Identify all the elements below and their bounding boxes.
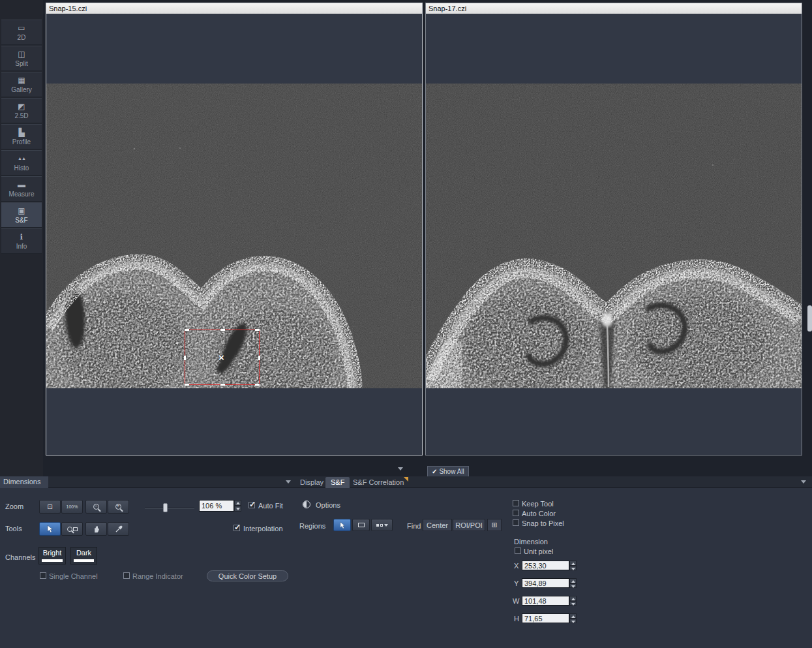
zoom-slider-thumb[interactable]: [163, 503, 168, 512]
region-rectangle-tool-button[interactable]: [352, 519, 370, 531]
coord-y-field[interactable]: 394,89: [522, 578, 569, 588]
roi-handle-bottom-left[interactable]: [185, 384, 189, 386]
tools-label: Tools: [5, 525, 22, 533]
interpolation-checkbox[interactable]: [233, 525, 240, 531]
coord-y-stepper: [569, 578, 577, 588]
channel-dark-button[interactable]: Dark: [70, 547, 97, 564]
zoom-in-button[interactable]: +: [108, 500, 129, 514]
zoom-value-field[interactable]: 106 %: [199, 500, 234, 512]
show-all-toggle[interactable]: Show All: [427, 466, 469, 477]
sidebar-item-sf[interactable]: ▣S&F: [1, 202, 42, 228]
roi-center-marker[interactable]: ×: [218, 352, 224, 362]
stepper-up-button[interactable]: [569, 561, 577, 566]
single-channel-checkbox[interactable]: [40, 572, 46, 579]
channels-label: Channels: [5, 553, 35, 562]
roi-handle-middle-left[interactable]: [184, 356, 186, 360]
zoom-out-button[interactable]: −: [85, 500, 107, 514]
sidebar-item-label: Profile: [1, 138, 42, 146]
dimensions-tab[interactable]: Dimensions: [0, 476, 48, 488]
pointer-tool-button[interactable]: [39, 522, 61, 536]
viewer-collapse-arrow-icon[interactable]: [398, 467, 403, 471]
auto-color-label: Auto Color: [522, 510, 556, 518]
sidebar-item-histo[interactable]: ▲▲Histo: [1, 150, 42, 176]
image-panel-snap-17: Snap-17.czi: [425, 3, 802, 455]
stepper-down-button[interactable]: [569, 566, 577, 571]
rectangle-icon: [358, 523, 365, 527]
stepper-down-button[interactable]: [569, 583, 577, 589]
vertical-scrollbar-thumb[interactable]: [807, 305, 812, 332]
find-grid-button[interactable]: ⊞: [487, 519, 502, 531]
dimensions-dropdown-icon[interactable]: [286, 480, 291, 484]
coord-h-stepper: [569, 613, 577, 623]
sidebar-item-split[interactable]: ◫Split: [1, 46, 42, 71]
sidebar-item-label: Measure: [1, 190, 42, 198]
image-panel-title[interactable]: Snap-17.czi: [426, 3, 802, 14]
stepper-up-button[interactable]: [234, 500, 241, 506]
sidebar-item-25d[interactable]: ◩2.5D: [1, 98, 42, 123]
sidebar-item-measure[interactable]: ▬Measure: [1, 176, 42, 202]
coord-w-stepper: [569, 596, 577, 606]
roi-handle-top-left[interactable]: [185, 329, 189, 331]
sf-view-icon: ▣: [1, 206, 42, 216]
tab-display[interactable]: Display: [295, 477, 329, 488]
zoom-label: Zoom: [5, 502, 23, 511]
color-picker-tool-button[interactable]: [108, 522, 129, 536]
keep-tool-checkbox[interactable]: [513, 500, 519, 506]
zoom-fit-button[interactable]: ⊡: [39, 500, 61, 514]
channel-bright-button[interactable]: Bright: [38, 547, 66, 564]
sidebar-item-profile[interactable]: ▙Profile: [1, 124, 42, 149]
show-all-label: Show All: [439, 468, 464, 475]
region-more-tools-button[interactable]: [371, 519, 393, 531]
sidebar-item-gallery[interactable]: ▦Gallery: [1, 72, 42, 97]
interpolation-label: Interpolation: [243, 525, 283, 533]
region-pointer-tool-button[interactable]: [333, 519, 351, 531]
histogram-icon: ▲▲: [1, 153, 42, 164]
zoom-100-button[interactable]: 100%: [61, 500, 83, 514]
tab-sf[interactable]: S&F: [325, 477, 350, 488]
stepper-down-button[interactable]: [569, 601, 577, 606]
stepper-up-button[interactable]: [569, 596, 577, 601]
sidebar-item-label: Histo: [1, 164, 42, 172]
stepper-up-button[interactable]: [569, 613, 577, 619]
roi-handle-bottom-center[interactable]: [220, 384, 225, 386]
range-indicator-checkbox[interactable]: [123, 572, 130, 579]
roi-handle-top-center[interactable]: [220, 329, 225, 331]
stepper-up-button[interactable]: [569, 578, 577, 583]
auto-fit-checkbox[interactable]: [248, 502, 255, 508]
coord-w-field[interactable]: 101,48: [522, 596, 569, 606]
stepper-down-button[interactable]: [234, 506, 241, 512]
hand-icon: [93, 525, 100, 533]
zoom-region-tool-button[interactable]: [61, 522, 83, 536]
coord-x-field[interactable]: 253,30: [522, 561, 569, 570]
stepper-down-button[interactable]: [569, 619, 577, 624]
snap-to-pixel-checkbox[interactable]: [513, 519, 519, 526]
auto-color-checkbox[interactable]: [513, 510, 519, 516]
image-panel-body: ×: [46, 14, 422, 455]
image-panel-snap-15: Snap-15.czi: [46, 3, 423, 455]
unit-pixel-checkbox[interactable]: [515, 548, 521, 554]
coord-w-label: W: [513, 597, 519, 606]
find-roi-poi-button[interactable]: ROI/POI: [453, 519, 485, 531]
sidebar-item-label: 2D: [1, 33, 42, 42]
image-panel-title[interactable]: Snap-15.czi: [46, 3, 422, 14]
quick-color-setup-button[interactable]: Quick Color Setup: [207, 570, 288, 581]
roi-handle-top-right[interactable]: [255, 329, 260, 331]
sidebar-item-2d[interactable]: ▭2D: [1, 20, 42, 45]
roi-handle-middle-right[interactable]: [258, 356, 260, 360]
region-rect-icon: [73, 527, 78, 531]
micrograph-right-canvas[interactable]: [426, 84, 802, 388]
roi-rectangle[interactable]: ×: [185, 330, 260, 385]
roi-handle-bottom-right[interactable]: [255, 384, 260, 386]
coord-h-field[interactable]: 71,65: [522, 613, 569, 623]
sidebar-item-label: Split: [1, 59, 42, 68]
sidebar-item-info[interactable]: ℹInfo: [1, 228, 42, 254]
find-center-button[interactable]: Center: [423, 519, 452, 531]
fit-screen-icon: ⊡: [47, 503, 52, 510]
tab-sf-correlation[interactable]: S&F Correlation: [348, 477, 409, 488]
options-expander-icon[interactable]: [303, 501, 310, 508]
pointer-arrow-icon: [46, 525, 53, 533]
find-label: Find: [407, 522, 421, 531]
pan-tool-button[interactable]: [85, 522, 107, 536]
zoom-slider-track[interactable]: [145, 508, 194, 509]
tabstrip-overflow-icon[interactable]: [801, 480, 806, 484]
